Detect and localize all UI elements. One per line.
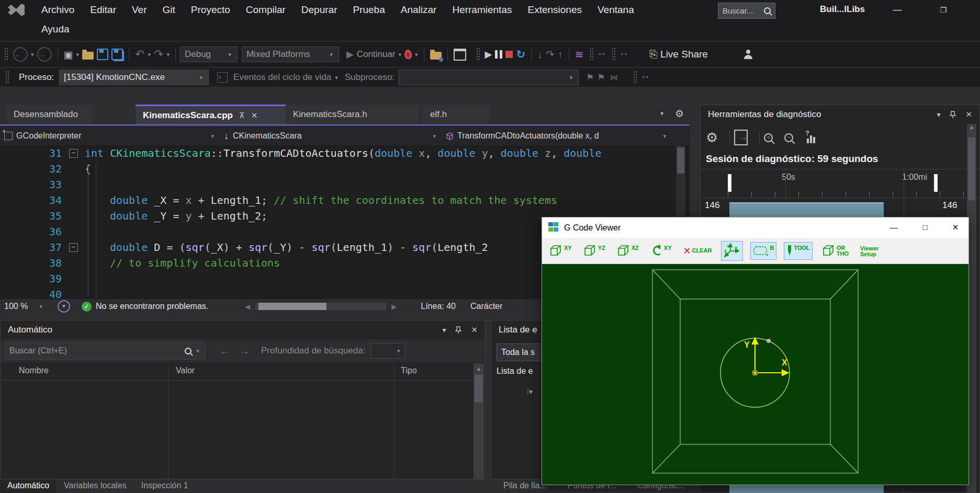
application-window-icon[interactable] [454, 49, 466, 61]
menu-item-herramientas[interactable]: Herramientas [444, 0, 520, 19]
continue-label[interactable]: Continuar [357, 49, 396, 60]
gcode-viewport[interactable]: Y X [542, 264, 968, 485]
column-nombre[interactable]: Nombre [19, 366, 49, 375]
menu-item-depurar[interactable]: Depurar [294, 0, 345, 19]
new-project-icon[interactable]: ▣ [64, 49, 73, 61]
start-play-icon[interactable]: ▶ [485, 49, 492, 60]
fold-collapse-icon[interactable]: − [69, 243, 78, 252]
fold-collapse-icon[interactable]: − [69, 149, 78, 158]
scrollbar-thumb[interactable] [258, 303, 326, 310]
zoom-dropdown[interactable]: 100 % ▾ [0, 300, 48, 313]
gv-button-xy[interactable]: XY [648, 243, 674, 259]
stop-debugging-icon[interactable] [505, 51, 513, 58]
menu-item-analizar[interactable]: Analizar [393, 0, 445, 19]
undo-icon[interactable]: ↶ [135, 48, 144, 61]
save-icon[interactable] [97, 49, 108, 60]
menu-item-compilar[interactable]: Compilar [238, 0, 294, 19]
project-dropdown[interactable]: GCodeInterpreter ▾ [0, 129, 220, 143]
navigate-forward-icon[interactable]: → [37, 47, 52, 62]
panel-menu-chevron-icon[interactable]: ▾ [937, 110, 940, 119]
gv-button-tool[interactable]: TOOL [784, 242, 812, 260]
minimize-button[interactable]: — [889, 3, 905, 17]
gv-button-yz[interactable]: YZ [581, 243, 607, 259]
code-health-icon[interactable]: ♥ [58, 300, 70, 313]
gcode-viewer-titlebar[interactable]: G Code Viewer — □ ✕ [542, 217, 968, 238]
continue-dropdown-icon[interactable]: ▾ [399, 51, 402, 58]
scrollbar-thumb[interactable] [968, 137, 975, 200]
gv-maximize-button[interactable]: □ [916, 221, 934, 234]
intellitrace-icon[interactable]: ≋ [575, 48, 584, 61]
tab-kinematicsscara-h[interactable]: KinematicsScara.h [286, 105, 419, 124]
flag-icon[interactable]: ⚑ [586, 72, 594, 83]
zoom-in-icon[interactable]: + [764, 133, 773, 142]
watch-search-input[interactable]: Buscar (Ctrl+E) ▾ [5, 342, 206, 360]
toolbar-overflow-icon[interactable]: ‣‣ [599, 51, 606, 58]
continue-play-icon[interactable]: ▶ [346, 49, 354, 60]
search-box[interactable]: Buscar... [718, 3, 775, 19]
pin-icon[interactable] [950, 111, 956, 119]
hot-reload-icon[interactable] [404, 49, 412, 60]
toolbar-overflow[interactable] [612, 48, 616, 61]
account-icon[interactable] [744, 55, 752, 59]
timeline-right-handle[interactable] [934, 174, 938, 192]
toolbar-overflow-icon[interactable]: ‣‣ [621, 51, 628, 58]
tool-tab-inspecci-n-1[interactable]: Inspección 1 [134, 479, 196, 493]
process-dropdown[interactable]: [15304] KmotionCNC.exe▾ [59, 70, 209, 85]
filter-icon[interactable]: ⁞▾ [527, 387, 533, 396]
toolbar-overflow[interactable] [590, 48, 594, 61]
timeline-ruler[interactable]: 50s 1:00mi [701, 169, 979, 198]
scrollbar-thumb[interactable] [475, 375, 483, 402]
menu-item-prueba[interactable]: Prueba [345, 0, 392, 19]
menu-item-git[interactable]: Git [155, 0, 183, 19]
menu-item-ayuda[interactable]: Ayuda [33, 19, 77, 39]
undo-dropdown-icon[interactable]: ▾ [148, 51, 151, 58]
toolbar-grip[interactable] [4, 48, 8, 61]
gv-minimize-button[interactable]: — [885, 221, 903, 234]
menu-item-editar[interactable]: Editar [82, 0, 124, 19]
column-valor[interactable]: Valor [176, 366, 195, 375]
tool-tab-autom-tico[interactable]: Automático [0, 479, 57, 493]
code-line[interactable]: 33 [0, 177, 690, 192]
pin-icon[interactable] [455, 326, 461, 334]
tab-kinematicsscara-cpp[interactable]: KinematicsScara.cpp⊼✕ [136, 105, 286, 124]
gv-button-xy[interactable]: XY [547, 243, 574, 259]
gv-close-button[interactable]: ✕ [947, 221, 964, 234]
events-chart-icon[interactable]: ? [805, 132, 816, 143]
column-divider[interactable] [394, 363, 395, 487]
menu-item-proyecto[interactable]: Proyecto [183, 0, 238, 19]
show-all-files-icon[interactable] [430, 52, 442, 60]
close-icon[interactable]: ✕ [965, 110, 972, 119]
gv-button-xz[interactable]: XZ [615, 243, 641, 259]
close-icon[interactable]: ✕ [471, 325, 478, 335]
menu-item-archivo[interactable]: Archivo [33, 0, 82, 19]
pause-icon[interactable] [495, 50, 502, 59]
live-share-icon[interactable]: ⎘ [649, 49, 657, 60]
watch-scrollbar[interactable]: ▲ [474, 363, 484, 479]
save-all-icon[interactable] [111, 49, 123, 60]
breakpoint-glyph-icon[interactable]: ⋈ [610, 73, 618, 82]
step-over-icon[interactable]: ↷ [546, 48, 555, 61]
editor-options-gear-icon[interactable]: ⚙ [675, 108, 684, 120]
class-dropdown[interactable]: ↓ CKinematicsScara ▾ [220, 129, 442, 143]
code-line[interactable]: 31−int CKinematicsScara::TransformCADtoA… [0, 145, 690, 161]
new-dropdown-icon[interactable]: ▾ [76, 51, 79, 58]
member-dropdown[interactable]: TransformCADtoActuators(double x, d ▾ [442, 129, 672, 143]
gv-button-viewer-setup[interactable]: Viewer Setup [858, 243, 881, 259]
zoom-out-icon[interactable]: − [784, 133, 793, 142]
open-folder-icon[interactable] [82, 52, 94, 60]
hot-reload-dropdown-icon[interactable]: ▾ [415, 51, 418, 58]
gv-button-or-tho[interactable]: OR THO [820, 243, 851, 259]
menu-item-ver[interactable]: Ver [124, 0, 155, 19]
live-share-label[interactable]: Live Share [660, 49, 708, 60]
redo-dropdown-icon[interactable]: ▾ [166, 51, 170, 58]
tab-close-icon[interactable]: ✕ [251, 111, 258, 120]
gv-button-clear[interactable]: ✕CLEAR [681, 245, 714, 257]
step-out-icon[interactable]: ↑ [558, 49, 563, 61]
tab-desensamblado[interactable]: Desensamblado [6, 105, 92, 124]
step-into-icon[interactable]: ↓ [537, 49, 543, 61]
gv-button-axes[interactable]: YXZ [721, 241, 743, 261]
tab-list-chevron-icon[interactable]: ▾ [660, 110, 663, 117]
tool-tab-variables-locales[interactable]: Variables locales [57, 479, 134, 493]
solution-configurations-dropdown[interactable]: Debug▾ [180, 47, 238, 62]
editor-horizontal-scrollbar[interactable] [255, 303, 386, 310]
